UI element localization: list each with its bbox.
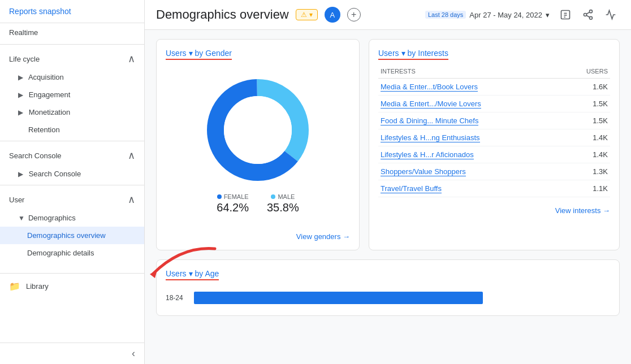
gender-card-title[interactable]: Users ▾ by Gender [166,49,232,60]
interest-name-cell[interactable]: Media & Entert.../Movie Lovers [378,96,564,112]
age-bar [194,292,483,304]
expand-icon: ▶ [18,91,23,99]
donut-chart-container: FEMALE 64.2% MALE 35.8% [166,64,350,223]
age-card-title[interactable]: Users ▾ by Age [166,269,219,280]
interests-table-row: Media & Entert.../Movie Lovers1.5K [378,96,610,112]
gender-card: Users ▾ by Gender [156,39,360,250]
date-badge: Last 28 days [425,11,466,19]
interest-users-cell: 1.5K [564,96,610,112]
search-console-chevron-icon: ∧ [128,149,135,162]
view-interests-link[interactable]: View interests → [378,206,610,215]
demographics-expand-icon: ▼ [18,214,25,222]
interest-users-cell: 1.5K [564,112,610,129]
sidebar-top-item[interactable]: Reports snapshot [0,0,144,23]
interest-users-cell: 1.4K [564,129,610,146]
age-bar-container: 18-24 [166,289,610,306]
sidebar-item-realtime[interactable]: Realtime [0,23,144,42]
interests-table-row: Food & Dining... Minute Chefs1.5K [378,112,610,129]
sidebar-item-engagement[interactable]: ▶ Engagement [0,86,144,103]
sidebar-section-lifecycle[interactable]: Life cycle ∧ [0,47,144,68]
sidebar-collapse-button[interactable]: ‹ [132,348,135,359]
interests-table: INTERESTS USERS Media & Enter...t/Book L… [378,64,610,197]
female-label: FEMALE [217,193,249,200]
main-content: Demographics overview ⚠ ▾ A + Last 28 da… [145,0,631,364]
interest-users-cell: 1.3K [564,163,610,180]
add-button[interactable]: + [347,8,361,21]
interests-dropdown-icon[interactable]: ▾ [401,49,405,58]
avatar[interactable]: A [325,7,340,23]
warning-icon: ⚠ [301,11,307,19]
svg-point-7 [590,16,593,19]
top-cards-row: Users ▾ by Gender [156,39,620,250]
interest-name-cell[interactable]: Food & Dining... Minute Chefs [378,112,564,129]
age-card-header: Users ▾ by Age [166,269,610,280]
page-header: Demographics overview ⚠ ▾ A + Last 28 da… [145,0,631,30]
sidebar-item-monetization[interactable]: ▶ Monetization [0,103,144,121]
svg-line-8 [586,15,590,17]
folder-icon: 📁 [9,281,20,292]
sidebar-item-demographics-overview[interactable]: Demographics overview [0,227,144,244]
interest-users-cell: 1.1K [564,180,610,197]
sidebar-section-user[interactable]: User ∧ [0,188,144,209]
male-dot [271,194,275,199]
interest-name-cell[interactable]: Media & Enter...t/Book Lovers [378,79,564,96]
sidebar-item-retention[interactable]: Retention [0,121,144,138]
warning-dropdown: ▾ [309,11,313,19]
age-row: 18-24 [166,289,610,306]
svg-point-5 [590,10,593,13]
male-legend-item: MALE 35.8% [267,193,299,214]
sidebar-section-search-console[interactable]: Search Console ∧ [0,144,144,165]
sidebar-item-search-console[interactable]: ▶ Search Console [0,165,144,183]
svg-line-9 [586,12,590,14]
users-col-header: USERS [564,64,610,79]
content-area: Users ▾ by Gender [145,30,631,364]
warning-badge[interactable]: ⚠ ▾ [296,9,318,20]
interests-table-row: Travel/Travel Buffs1.1K [378,180,610,197]
interests-table-row: Lifestyles & H...r Aficionados1.4K [378,146,610,163]
share-icon-button[interactable] [579,6,597,24]
age-card: Users ▾ by Age 18-24 [156,259,620,316]
interest-name-cell[interactable]: Travel/Travel Buffs [378,180,564,197]
interests-card: Users ▾ by Interests INTERESTS USERS [369,39,620,250]
interest-users-cell: 1.6K [564,79,610,96]
report-icon-button[interactable] [556,6,574,24]
date-range-selector[interactable]: Last 28 days Apr 27 - May 24, 2022 ▾ [425,11,550,19]
expand-icon: ▶ [18,73,23,81]
donut-chart [201,73,314,187]
sidebar-item-library[interactable]: 📁 Library [0,276,144,297]
svg-point-12 [224,96,292,164]
interest-users-cell: 1.4K [564,146,610,163]
female-dot [217,194,222,199]
trend-icon-button[interactable] [602,6,620,24]
header-icons [556,6,620,24]
user-chevron-icon: ∧ [128,193,135,206]
gender-card-header: Users ▾ by Gender [166,49,350,60]
gender-dropdown-icon[interactable]: ▾ [189,49,193,58]
interests-card-title[interactable]: Users ▾ by Interests [378,49,448,60]
male-value: 35.8% [267,201,299,214]
expand-icon: ▶ [18,109,23,116]
female-value: 64.2% [217,201,249,214]
date-dropdown-icon: ▾ [546,11,550,19]
male-label: MALE [271,193,295,200]
svg-point-6 [584,14,587,16]
female-legend-item: FEMALE 64.2% [217,193,249,214]
interests-card-header: Users ▾ by Interests [378,49,610,60]
interests-table-row: Shoppers/Value Shoppers1.3K [378,163,610,180]
sidebar-item-demographic-details[interactable]: Demographic details [0,244,144,262]
interests-table-row: Media & Enter...t/Book Lovers1.6K [378,79,610,96]
interests-col-header: INTERESTS [378,64,564,79]
interest-name-cell[interactable]: Shoppers/Value Shoppers [378,163,564,180]
interest-name-cell[interactable]: Lifestyles & H...ng Enthusiasts [378,129,564,146]
sidebar-item-acquisition[interactable]: ▶ Acquisition [0,68,144,86]
sidebar-item-demographics[interactable]: ▼ Demographics [0,209,144,227]
gender-legend: FEMALE 64.2% MALE 35.8% [217,193,299,214]
lifecycle-chevron-icon: ∧ [128,53,135,65]
view-genders-link[interactable]: View genders → [166,232,350,241]
age-label: 18-24 [166,294,188,302]
age-dropdown-icon[interactable]: ▾ [189,269,193,278]
date-range-text: Apr 27 - May 24, 2022 [469,11,542,19]
expand-icon: ▶ [18,170,23,178]
page-title: Demographics overview [156,7,289,22]
interest-name-cell[interactable]: Lifestyles & H...r Aficionados [378,146,564,163]
